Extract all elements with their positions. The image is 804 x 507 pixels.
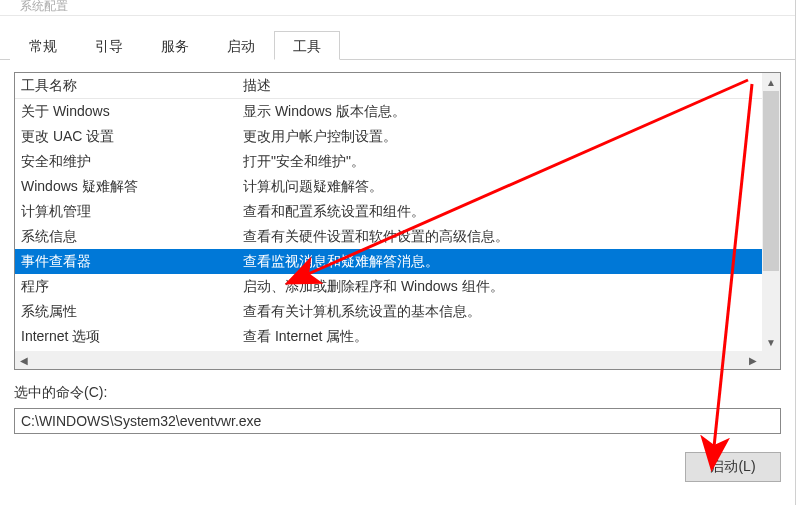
horizontal-scrollbar[interactable]: ◀ ▶ [15, 351, 762, 369]
table-row[interactable]: 事件查看器 查看监视消息和疑难解答消息。 [15, 249, 780, 274]
tab-startup[interactable]: 启动 [208, 31, 274, 60]
cell-desc: 更改用户帐户控制设置。 [243, 128, 780, 146]
tab-services[interactable]: 服务 [142, 31, 208, 60]
table-row[interactable]: 系统信息 查看有关硬件设置和软件设置的高级信息。 [15, 224, 780, 249]
vertical-scrollbar[interactable]: ▲ ▼ [762, 73, 780, 351]
cell-desc: 显示 Windows 版本信息。 [243, 103, 780, 121]
scroll-right-icon[interactable]: ▶ [744, 351, 762, 369]
cell-desc: 查看有关硬件设置和软件设置的高级信息。 [243, 228, 780, 246]
scroll-down-icon[interactable]: ▼ [762, 333, 780, 351]
command-input[interactable] [14, 408, 781, 434]
tab-tools[interactable]: 工具 [274, 31, 340, 60]
content-area: 工具名称 描述 关于 Windows 显示 Windows 版本信息。 更改 U… [0, 60, 795, 482]
header-desc[interactable]: 描述 [243, 77, 780, 95]
button-row: 启动(L) [14, 452, 781, 482]
titlebar: 系统配置 [0, 0, 795, 16]
cell-desc: 计算机问题疑难解答。 [243, 178, 780, 196]
cell-name: 计算机管理 [21, 203, 243, 221]
tools-table: 工具名称 描述 关于 Windows 显示 Windows 版本信息。 更改 U… [14, 72, 781, 370]
cell-desc: 查看 Internet 属性。 [243, 328, 780, 346]
cell-name: 安全和维护 [21, 153, 243, 171]
cell-desc: 查看有关计算机系统设置的基本信息。 [243, 303, 780, 321]
cell-desc: 打开"安全和维护"。 [243, 153, 780, 171]
cell-desc: 查看监视消息和疑难解答消息。 [243, 253, 780, 271]
cell-name: 事件查看器 [21, 253, 243, 271]
launch-button[interactable]: 启动(L) [685, 452, 781, 482]
table-row[interactable]: 计算机管理 查看和配置系统设置和组件。 [15, 199, 780, 224]
cell-name: Internet 选项 [21, 328, 243, 346]
scroll-left-icon[interactable]: ◀ [15, 351, 33, 369]
table-row[interactable]: 程序 启动、添加或删除程序和 Windows 组件。 [15, 274, 780, 299]
cell-desc: 启动、添加或删除程序和 Windows 组件。 [243, 278, 780, 296]
tab-general[interactable]: 常规 [10, 31, 76, 60]
header-name[interactable]: 工具名称 [21, 77, 243, 95]
table-row[interactable]: 系统属性 查看有关计算机系统设置的基本信息。 [15, 299, 780, 324]
scroll-thumb[interactable] [763, 91, 779, 271]
cell-name: 更改 UAC 设置 [21, 128, 243, 146]
table-row[interactable]: Internet 选项 查看 Internet 属性。 [15, 324, 780, 349]
cell-desc: 查看和配置系统设置和组件。 [243, 203, 780, 221]
tab-boot[interactable]: 引导 [76, 31, 142, 60]
tab-strip: 常规 引导 服务 启动 工具 [0, 16, 795, 60]
cell-name: 系统属性 [21, 303, 243, 321]
table-row[interactable]: 关于 Windows 显示 Windows 版本信息。 [15, 99, 780, 124]
cell-name: Windows 疑难解答 [21, 178, 243, 196]
table-row[interactable]: Windows 疑难解答 计算机问题疑难解答。 [15, 174, 780, 199]
window-title: 系统配置 [20, 0, 68, 13]
cell-name: 系统信息 [21, 228, 243, 246]
cell-name: 关于 Windows [21, 103, 243, 121]
command-label: 选中的命令(C): [14, 384, 781, 402]
cell-name: 程序 [21, 278, 243, 296]
table-body: 关于 Windows 显示 Windows 版本信息。 更改 UAC 设置 更改… [15, 99, 780, 351]
table-row[interactable]: 安全和维护 打开"安全和维护"。 [15, 149, 780, 174]
scroll-track[interactable] [762, 271, 780, 333]
scroll-up-icon[interactable]: ▲ [762, 73, 780, 91]
scroll-corner [762, 351, 780, 369]
msconfig-window: 系统配置 常规 引导 服务 启动 工具 工具名称 描述 关于 Windows 显… [0, 0, 796, 505]
table-row[interactable]: 更改 UAC 设置 更改用户帐户控制设置。 [15, 124, 780, 149]
table-header: 工具名称 描述 [15, 73, 780, 99]
